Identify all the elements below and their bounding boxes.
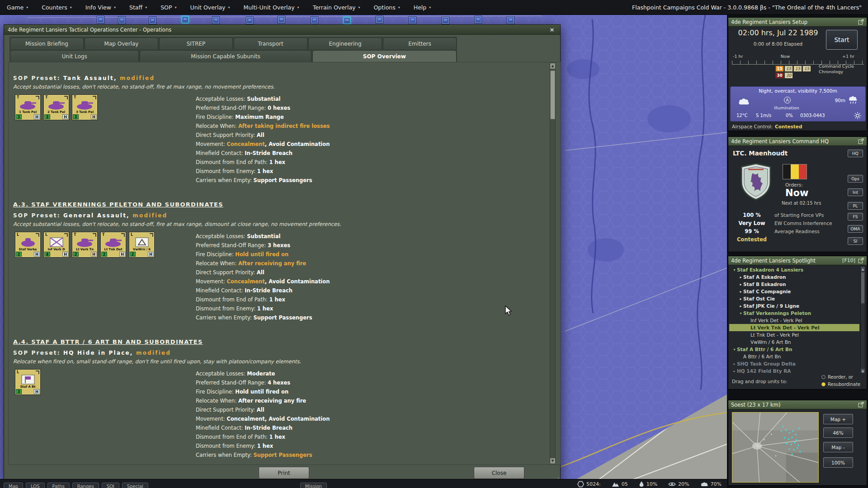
tree-item[interactable]: ▸Staf Ost Cie [729,295,859,302]
scrollbar-thumb[interactable] [550,70,555,119]
hq-si-button[interactable]: SI [848,237,863,245]
friendly-unit-marker[interactable] [118,17,125,23]
menu-unit-overlay[interactable]: Unit Overlay▾ [183,0,236,14]
tree-item[interactable]: A Bttr / 6 Art Bn [729,353,859,360]
tab-unit-logs[interactable]: Unit Logs [10,50,139,62]
tab-sop-overview[interactable]: SOP Overview [312,50,457,62]
tree-item[interactable]: ▸Staf B Eskadron [729,281,859,288]
toolbar-special-button[interactable]: Special [122,483,148,488]
tree-scrollbar[interactable]: ▲ ▼ [860,266,865,374]
tree-item[interactable]: VwWrn / 6 Art Bn [729,338,859,346]
scroll-down-icon[interactable]: ▼ [861,369,865,373]
tab-emitters[interactable]: Emitters [383,38,457,49]
friendly-unit-marker[interactable] [97,16,104,23]
weather-widget[interactable]: Night, overcast, visibility 7,500m A ill… [730,86,866,122]
friendly-unit-marker[interactable] [278,16,285,23]
menu-multi-unit-overlay[interactable]: Multi-Unit Overlay▾ [237,0,306,14]
menu-sop[interactable]: SOP▾ [154,0,183,14]
friendly-unit-marker[interactable] [507,17,514,23]
friendly-unit-marker[interactable] [246,17,253,24]
zoom-46-button[interactable]: 46% [823,427,853,438]
radio-unchecked-icon[interactable] [821,375,826,379]
start-button[interactable]: Start [826,30,858,50]
hq-int-button[interactable]: Int [848,188,863,196]
hq-oma-button[interactable]: OMA [848,225,863,233]
dialog-titlebar[interactable]: 4de Regiment Lansiers Tactical Operation… [4,25,560,35]
close-button[interactable]: Close [474,467,524,479]
unit-counter[interactable]: LInf Verk D4H [43,232,69,258]
map-zoom-in-button[interactable]: Map + [823,414,853,424]
popout-icon[interactable] [858,402,864,408]
unit-counter[interactable]: TLt Tnk Det2H [100,232,126,258]
friendly-unit-marker[interactable] [311,17,318,23]
menu-options[interactable]: Options▾ [367,0,407,14]
unit-counter[interactable]: LVwWrn / 62H [129,232,155,258]
tab-mission-capable-subunits[interactable]: Mission Capable Subunits [140,50,311,62]
toolbar-map-button[interactable]: Map [4,483,23,488]
friendly-unit-marker[interactable] [212,17,219,23]
friendly-unit-marker[interactable] [376,16,383,23]
tree-item[interactable]: ▸HQ 142 Field Bty RA [729,367,859,374]
friendly-unit-marker[interactable] [442,17,449,24]
scroll-down-icon[interactable]: ▼ [550,458,555,464]
tree-item[interactable]: Inf Verk Det - Verk Pel [729,317,859,324]
menu-staff[interactable]: Staff▾ [123,0,154,14]
toolbar-los-button[interactable]: LOS [26,483,44,488]
toolbar-paths-button[interactable]: Paths [47,483,70,488]
unit-counter[interactable]: TLt Verk Tn2H [72,232,98,258]
tree-item[interactable]: Lt Tnk Det - Verk Pel [729,331,859,338]
scrollbar-thumb[interactable] [861,272,865,304]
toolbar-ranges-button[interactable]: Ranges [72,483,99,488]
radio-resubordinate[interactable]: Resubordinate [821,382,860,387]
print-button[interactable]: Print [259,467,309,479]
tab-engineering[interactable]: Engineering [308,38,382,49]
popout-icon[interactable] [858,138,864,144]
tree-item[interactable]: ▸Staf A Eskadron [729,273,859,281]
tree-item[interactable]: ▾Staf Eskadron 4 Lansiers [729,266,859,273]
unit-counter[interactable]: T2 Tank Pel3H [43,94,69,120]
tree-item[interactable]: ▸SHQ Task Group Delta [729,360,859,367]
minimap[interactable] [732,412,819,483]
tree-item[interactable]: ▾Staf A Bttr / 6 Art Bn [729,346,859,353]
radio-checked-icon[interactable] [821,382,826,386]
zoom-100-button[interactable]: 100% [823,457,853,468]
menu-terrain-overlay[interactable]: Terrain Overlay▾ [306,0,367,14]
scroll-up-icon[interactable]: ▲ [861,267,865,271]
dialog-scrollbar[interactable]: ▲ ▼ [550,63,556,464]
hq-pl-button[interactable]: PL [848,202,863,210]
unit-counter[interactable]: T3 Tank Pel3H [72,94,98,120]
toolbar-mission-button[interactable]: Mission [300,483,327,488]
tab-mission-briefing[interactable]: Mission Briefing [10,38,84,49]
hq-ops-button[interactable]: Ops [848,175,863,183]
map-zoom-out-button[interactable]: Map - [823,442,853,452]
menu-info-view[interactable]: Info View▾ [79,0,123,14]
friendly-unit-marker[interactable] [149,17,156,24]
popout-icon[interactable] [858,19,864,25]
tab-map-overlay[interactable]: Map Overlay [85,38,158,49]
tab-sitrep[interactable]: SITREP [159,38,233,49]
toolbar-soi-button[interactable]: SOI [102,483,119,488]
tree-item[interactable]: ▸Staf JPK Cie / 9 Ligne [729,302,859,310]
menu-game[interactable]: Game▾ [0,0,35,14]
radio-reorder[interactable]: Reorder, or [821,375,853,380]
friendly-unit-marker[interactable] [182,16,189,23]
tree-item[interactable]: ▾Staf Verkennings Peleton [729,310,859,317]
scroll-up-icon[interactable]: ▲ [550,63,555,69]
popout-icon[interactable] [858,258,864,263]
tab-transport[interactable]: Transport [234,38,307,49]
friendly-unit-marker[interactable] [475,16,481,23]
close-icon[interactable]: × [547,26,557,33]
chevron-right-icon: ▸ [732,362,737,366]
unit-counter[interactable]: LStaf A Bt3H [15,369,41,395]
hq-button[interactable]: HQ [848,150,863,157]
unit-counter[interactable]: LStaf Verke2H [15,232,41,258]
friendly-unit-marker[interactable] [344,17,350,24]
unit-counter[interactable]: T1 Tank Pel3H [15,94,41,120]
menu-help[interactable]: Help▾ [407,0,438,14]
tree-item[interactable]: Lt Verk Tnk Det - Verk Pel [729,324,859,331]
menu-counters[interactable]: Counters▾ [35,0,78,14]
hq-fs-button[interactable]: FS [848,213,863,221]
tree-item[interactable]: ▸Staf C Compagnie [729,288,859,295]
friendly-unit-marker[interactable] [409,17,416,23]
elapsed-time: 0:00 of 8:00 Elapsed [732,41,824,47]
